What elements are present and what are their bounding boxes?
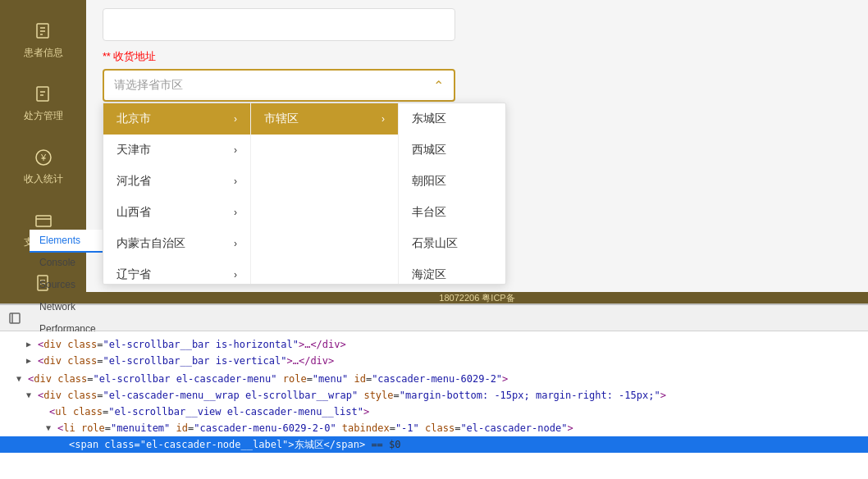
expand-arrow-icon[interactable]: ▼ [16, 372, 26, 386]
devtools-code-view: ▶ <div class="el-scrollbar__bar is-horiz… [0, 331, 868, 479]
expand-arrow-icon[interactable]: ▶ [26, 354, 36, 368]
province-item[interactable]: 天津市› [103, 135, 250, 166]
address-input-box [103, 8, 455, 41]
province-panel: 北京市›天津市›河北省›山西省›内蒙古自治区›辽宁省› [103, 103, 251, 284]
sidebar-item-income[interactable]: ¥ 收入统计 [0, 135, 86, 198]
svg-rect-14 [10, 313, 20, 323]
district-item[interactable]: 丰台区 [399, 197, 505, 228]
code-text: <div class="el-cascader-menu__wrap el-sc… [38, 388, 666, 403]
code-line: <ul class="el-scrollbar__view el-cascade… [0, 404, 868, 420]
code-text: <ul class="el-scrollbar__view el-cascade… [49, 404, 369, 419]
devtools-tabs: ElementsConsoleSourcesNetworkPerformance… [0, 305, 868, 331]
code-line: ▼ <div class="el-cascader-menu__wrap el-… [0, 387, 868, 404]
field-label: * * 收货地址 [103, 49, 852, 64]
devtools: ElementsConsoleSourcesNetworkPerformance… [0, 303, 868, 479]
svg-rect-9 [36, 216, 51, 226]
province-item[interactable]: 山西省› [103, 197, 250, 228]
province-item[interactable]: 北京市› [103, 103, 250, 135]
code-line: <span class="el-cascader-node__label">东城… [0, 436, 868, 453]
patient-icon [32, 20, 55, 43]
sidebar-label-income: 收入统计 [24, 172, 63, 186]
prescription-icon [32, 83, 55, 106]
expand-arrow-icon[interactable]: ▼ [26, 388, 36, 403]
district-item[interactable]: 朝阳区 [399, 166, 505, 197]
cascader-dropdown: 北京市›天津市›河北省›山西省›内蒙古自治区›辽宁省› 市辖区› 东城区西城区朝… [103, 103, 506, 285]
district-item[interactable]: 西城区 [399, 135, 505, 166]
city-item[interactable]: 市辖区› [251, 103, 398, 135]
code-line: ▼ <div class="el-scrollbar el-cascader-m… [0, 371, 868, 387]
code-text: <div class="el-scrollbar__bar is-vertica… [38, 354, 334, 368]
province-item[interactable]: 河北省› [103, 166, 250, 197]
icp-text: 18072206 粤ICP备 [439, 292, 514, 304]
sidebar-item-prescription[interactable]: 处方管理 [0, 71, 86, 135]
expand-arrow-icon[interactable]: ▼ [46, 421, 56, 436]
code-line: ▼ <li role="menuitem" id="cascader-menu-… [0, 420, 868, 436]
expand-arrow-icon[interactable]: ▶ [26, 337, 36, 352]
devtools-toggle-icon[interactable] [7, 310, 23, 326]
code-line [0, 453, 868, 454]
code-line: ▶ <div class="el-scrollbar__bar is-horiz… [0, 336, 868, 353]
bottom-bar: 18072206 粤ICP备 [86, 292, 868, 303]
province-item[interactable]: 辽宁省› [103, 259, 250, 284]
code-line: ▶ <div class="el-scrollbar__bar is-verti… [0, 353, 868, 369]
code-text: <li role="menuitem" id="cascader-menu-60… [57, 421, 573, 436]
cascader-placeholder: 请选择省市区 [114, 78, 183, 93]
district-item[interactable]: 石景山区 [399, 228, 505, 259]
content-section: * * 收货地址 请选择省市区 ⌃ 北京市›天津市›河北省›山西省›内蒙古自治区… [86, 0, 868, 110]
chevron-up-icon: ⌃ [433, 78, 444, 94]
field-label-text: * 收货地址 [107, 50, 157, 62]
code-text: <div class="el-scrollbar__bar is-horizon… [38, 337, 346, 352]
devtools-tab-network[interactable]: Network [30, 296, 106, 319]
svg-text:¥: ¥ [39, 153, 46, 162]
highlighted-code-span: <span class="el-cascader-node__label">东城… [69, 437, 401, 452]
devtools-tab-elements[interactable]: Elements [30, 230, 106, 253]
district-item[interactable]: 海淀区 [399, 259, 505, 284]
devtools-tab-sources[interactable]: Sources [30, 274, 106, 297]
devtools-tab-console[interactable]: Console [30, 252, 106, 275]
sidebar-label-prescription: 处方管理 [24, 109, 63, 123]
district-item[interactable]: 东城区 [399, 103, 505, 135]
svg-rect-4 [37, 87, 48, 101]
province-item[interactable]: 内蒙古自治区› [103, 228, 250, 259]
main-area: * * 收货地址 请选择省市区 ⌃ 北京市›天津市›河北省›山西省›内蒙古自治区… [86, 0, 868, 303]
sidebar-label-patients: 患者信息 [24, 46, 63, 60]
district-panel: 东城区西城区朝阳区丰台区石景山区海淀区 [399, 103, 505, 284]
city-panel: 市辖区› [251, 103, 399, 284]
sidebar-item-patients[interactable]: 患者信息 [0, 8, 86, 71]
code-text: <div class="el-scrollbar el-cascader-men… [28, 372, 508, 386]
cascader-trigger[interactable]: 请选择省市区 ⌃ [103, 69, 455, 102]
income-icon: ¥ [32, 146, 55, 169]
